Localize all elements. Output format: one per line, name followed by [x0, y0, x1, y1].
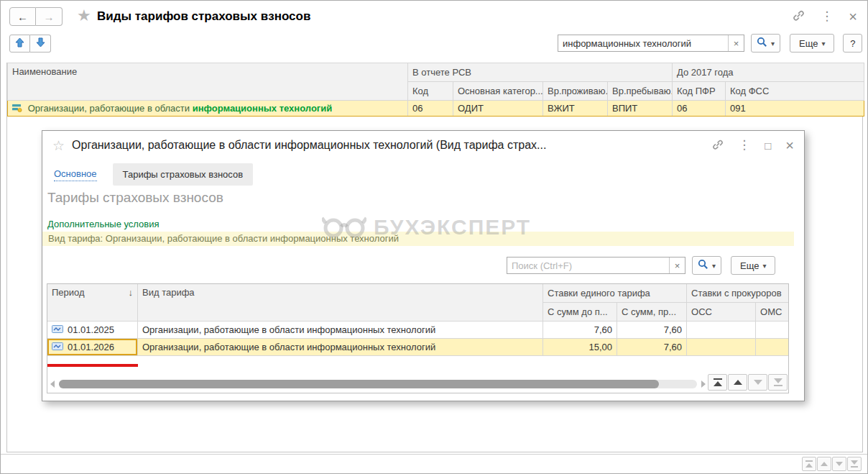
cell-oms[interactable] [756, 339, 789, 356]
favorite-star-outline-icon[interactable]: ☆ [52, 137, 65, 154]
tab-main[interactable]: Основное [54, 168, 97, 181]
more-button[interactable]: Еще ▾ [790, 34, 834, 53]
table-row-selected[interactable]: 01.01.2026 Организации, работающие в обл… [47, 339, 790, 356]
dialog-header: ☆ Организации, работающие в области инфо… [42, 131, 804, 160]
column-header-period[interactable]: Период ↓ [47, 284, 138, 322]
tariffs-table-wrap: Период ↓ Вид тарифа Ставки единого тариф… [47, 283, 789, 393]
dialog-close-icon[interactable]: × [785, 140, 794, 151]
cell-code[interactable]: 06 [408, 101, 453, 117]
dialog-search: × ▾ Еще ▾ [507, 256, 775, 275]
back-button[interactable]: ← [9, 7, 36, 26]
column-header-pfr[interactable]: Код ПФР [673, 82, 726, 101]
column-header-under[interactable]: С сумм до п... [543, 303, 617, 322]
column-header-category[interactable]: Основная категор... [453, 82, 543, 101]
cell-pfr[interactable]: 06 [673, 101, 726, 117]
column-header-resident[interactable]: Вр.проживаю... [543, 82, 608, 101]
go-next-button[interactable] [832, 457, 846, 471]
cell-kind[interactable]: Организации, работающие в области информ… [138, 322, 543, 339]
search-button[interactable]: ▾ [692, 256, 721, 275]
search-input[interactable] [558, 35, 728, 51]
catalog-item-icon [12, 104, 22, 114]
go-next-button[interactable] [748, 374, 767, 391]
chevron-down-icon: ▾ [771, 40, 775, 47]
forward-button[interactable]: → [36, 7, 63, 26]
maximize-icon[interactable]: □ [765, 140, 771, 152]
link-icon[interactable] [793, 9, 805, 24]
table-row[interactable]: Организации, работающие в области информ… [8, 101, 864, 117]
cell-oss[interactable] [687, 322, 756, 339]
cell-oms[interactable] [756, 322, 789, 339]
row-name-match: информационных технологий [193, 103, 333, 114]
cell-oss[interactable] [687, 339, 756, 356]
menu-kebab-icon[interactable]: ⋮ [738, 140, 750, 151]
search-icon [757, 37, 767, 50]
scrollbar-thumb[interactable] [59, 380, 659, 388]
column-header-staying[interactable]: Вр.пребываю... [608, 82, 673, 101]
clear-search-icon[interactable]: × [728, 35, 744, 51]
column-header-over[interactable]: С сумм, пр... [617, 303, 687, 322]
more-button[interactable]: Еще ▾ [731, 256, 775, 275]
arrow-down-icon [36, 37, 45, 50]
cell-staying[interactable]: ВПИТ [608, 101, 673, 117]
window-controls: ⋮ × [793, 9, 857, 24]
move-down-button[interactable] [30, 35, 51, 53]
group-header-prosecutors: Ставки с прокуроров [687, 284, 789, 303]
go-last-button[interactable] [847, 457, 862, 471]
cell-name[interactable]: Организации, работающие в области информ… [8, 101, 408, 117]
additional-conditions-link[interactable]: Дополнительные условия [47, 219, 160, 229]
row-name-text: Организации, работающие в области [28, 103, 193, 114]
cell-kind[interactable]: Организации, работающие в области информ… [138, 339, 543, 356]
next-icon [754, 380, 762, 385]
first-icon [714, 378, 722, 380]
list-search: × ▾ Еще ▾ ? [558, 34, 862, 53]
cell-category[interactable]: ОДИТ [453, 101, 543, 117]
more-label: Еще [799, 38, 818, 49]
cell-resident[interactable]: ВЖИТ [543, 101, 608, 117]
go-first-button[interactable] [802, 457, 816, 471]
tariff-kinds-table: Наименование В отчете РСВ До 2017 года К… [7, 63, 864, 117]
column-header-oss[interactable]: ОСС [687, 303, 756, 322]
search-field: × [507, 257, 685, 274]
help-button[interactable]: ? [843, 34, 862, 53]
clear-search-icon[interactable]: × [669, 257, 685, 273]
scrollbar-track[interactable] [59, 380, 697, 388]
column-header-name[interactable]: Наименование [8, 63, 408, 101]
last-icon [774, 378, 782, 383]
go-first-button[interactable] [708, 374, 727, 391]
cell-under[interactable]: 15,00 [543, 339, 617, 356]
cell-period[interactable]: 01.01.2025 [47, 322, 138, 339]
cell-under[interactable]: 7,60 [543, 322, 617, 339]
horizontal-scrollbar[interactable] [50, 379, 706, 389]
scroll-left-icon[interactable] [50, 380, 55, 388]
column-header-kind[interactable]: Вид тарифа [138, 284, 543, 322]
cell-period-selected[interactable]: 01.01.2026 [47, 339, 138, 356]
dialog-heading: Тарифы страховых взносов [47, 190, 223, 206]
scroll-right-icon[interactable] [701, 380, 706, 388]
move-up-button[interactable] [9, 35, 30, 53]
menu-kebab-icon[interactable]: ⋮ [821, 11, 833, 22]
dialog-search-input[interactable] [507, 257, 669, 273]
column-header-code[interactable]: Код [408, 82, 453, 101]
cell-over[interactable]: 7,60 [617, 322, 687, 339]
go-prev-button[interactable] [817, 457, 831, 471]
register-record-icon [52, 324, 63, 335]
status-bar [1, 454, 868, 474]
table-row[interactable]: 01.01.2025 Организации, работающие в обл… [47, 322, 790, 339]
arrow-up-icon [15, 37, 24, 50]
column-header-oms[interactable]: ОМС [756, 303, 789, 322]
tariff-dialog: ☆ Организации, работающие в области инфо… [42, 130, 805, 401]
go-prev-button[interactable] [728, 374, 747, 391]
close-icon[interactable]: × [849, 11, 857, 22]
search-button[interactable]: ▾ [751, 34, 780, 53]
cell-fss[interactable]: 091 [726, 101, 864, 117]
favorite-star-icon[interactable]: ★ [77, 6, 91, 25]
chevron-down-icon: ▾ [762, 262, 766, 270]
tab-tariffs[interactable]: Тарифы страховых взносов [113, 163, 254, 186]
group-header-2017: До 2017 года [673, 63, 864, 82]
sort-down-icon: ↓ [129, 287, 134, 298]
link-icon[interactable] [712, 139, 724, 152]
column-header-fss[interactable]: Код ФСС [726, 82, 864, 101]
go-last-button[interactable] [768, 374, 788, 391]
search-icon [698, 259, 708, 272]
cell-over[interactable]: 7,60 [617, 339, 687, 356]
